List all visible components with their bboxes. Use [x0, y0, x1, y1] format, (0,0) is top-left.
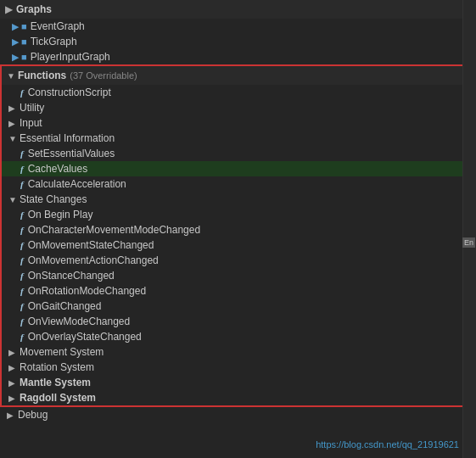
state-changes-label: State Changes	[20, 193, 87, 205]
mantle-system-arrow-icon: ▶	[8, 378, 17, 388]
debug-label: Debug	[18, 409, 48, 421]
tickgraph-label: TickGraph	[31, 36, 77, 47]
onviewmodechanged-item[interactable]: f OnViewModeChanged	[2, 314, 474, 329]
tickgraph-item[interactable]: ▶ ■ TickGraph	[0, 34, 476, 49]
oncharactermovementmodechanged-item[interactable]: f OnCharacterMovementModeChanged	[2, 222, 474, 237]
oncharactermovementmodechanged-label: OnCharacterMovementModeChanged	[28, 224, 200, 236]
movement-system-arrow-icon: ▶	[8, 348, 17, 357]
onmovementstatechanged-item[interactable]: f OnMovementStateChanged	[2, 237, 474, 253]
functions-header[interactable]: ▼ Functions (37 Overridable) +	[2, 66, 474, 85]
func-icon-calculateacceleration: f	[20, 179, 24, 189]
func-icon-onmovementactionchanged: f	[20, 255, 24, 265]
eventgraph-label: EventGraph	[31, 20, 85, 32]
onbeginplay-item[interactable]: f On Begin Play	[2, 207, 474, 222]
mantle-system-label: Mantle System	[20, 377, 91, 388]
essential-label: Essential Information	[20, 132, 115, 144]
graph-icon-eventgraph: ▶ ■	[12, 21, 27, 32]
func-icon-cachevalues: f	[20, 164, 24, 174]
graphs-arrow-icon: ▶	[5, 3, 13, 15]
rotation-system-arrow-icon: ▶	[8, 363, 17, 372]
calculateacceleration-item[interactable]: f CalculateAcceleration	[2, 176, 474, 192]
func-icon-oncharactermovementmodechanged: f	[20, 225, 24, 235]
func-icon-onstancechanged: f	[20, 271, 24, 281]
movement-system-group[interactable]: ▶ Movement System	[2, 344, 474, 360]
onviewmodechanged-label: OnViewModeChanged	[28, 316, 131, 327]
func-icon-onrotationmodechanged: f	[20, 286, 24, 296]
ragdoll-system-group[interactable]: ▶ Ragdoll System	[2, 390, 474, 405]
input-arrow-icon: ▶	[8, 119, 17, 128]
state-changes-arrow-icon: ▼	[8, 195, 17, 204]
setessentialvalues-item[interactable]: f SetEssentialValues	[2, 146, 474, 161]
graph-icon-tickgraph: ▶ ■	[12, 36, 27, 47]
ongaitchanged-label: OnGaitChanged	[28, 300, 102, 312]
right-panel: En	[462, 0, 476, 458]
watermark-text: https://blog.csdn.net/qq_21919621	[316, 439, 459, 450]
ongaitchanged-item[interactable]: f OnGaitChanged	[2, 299, 474, 314]
functions-title: Functions	[18, 70, 66, 81]
onmovementstatechanged-label: OnMovementStateChanged	[28, 239, 154, 251]
en-button[interactable]: En	[462, 237, 475, 248]
func-icon-setessentialvalues: f	[20, 148, 24, 159]
cachevalues-item[interactable]: f CacheValues	[2, 161, 474, 176]
func-icon-ongaitchanged: f	[20, 301, 24, 311]
constructionscript-item[interactable]: f ConstructionScript	[2, 85, 474, 100]
rotation-system-label: Rotation System	[20, 361, 94, 373]
onstancechanged-label: OnStanceChanged	[28, 270, 115, 282]
functions-arrow-icon: ▼	[7, 71, 15, 81]
onstancechanged-item[interactable]: f OnStanceChanged	[2, 268, 474, 283]
debug-group[interactable]: ▶ Debug	[0, 407, 476, 422]
main-scroll-area: ▶ ■ EventGraph ▶ ■ TickGraph ▶ ■ PlayerI…	[0, 19, 476, 458]
utility-arrow-icon: ▶	[8, 103, 17, 113]
debug-arrow-icon: ▶	[7, 411, 15, 420]
func-icon-onbeginplay: f	[20, 209, 24, 220]
onoverlaysstatechanged-label: OnOverlayStateChanged	[28, 331, 142, 343]
utility-group[interactable]: ▶ Utility	[2, 100, 474, 115]
onmovementactionchanged-item[interactable]: f OnMovementActionChanged	[2, 253, 474, 268]
input-label: Input	[20, 117, 42, 129]
rotation-system-group[interactable]: ▶ Rotation System	[2, 360, 474, 375]
ragdoll-system-arrow-icon: ▶	[8, 394, 17, 403]
eventgraph-item[interactable]: ▶ ■ EventGraph	[0, 19, 476, 34]
onrotationmodechanged-item[interactable]: f OnRotationModeChanged	[2, 283, 474, 299]
graphs-section-header[interactable]: ▶ Graphs +	[0, 0, 476, 19]
graph-icon-playerinputgraph: ▶ ■	[12, 52, 27, 63]
utility-label: Utility	[20, 102, 44, 114]
essential-information-group[interactable]: ▼ Essential Information	[2, 131, 474, 146]
onbeginplay-label: On Begin Play	[28, 209, 93, 221]
playerinputgraph-item[interactable]: ▶ ■ PlayerInputGraph	[0, 49, 476, 64]
func-icon-onoverlaysstatechanged: f	[20, 332, 24, 342]
cachevalues-label: CacheValues	[28, 163, 88, 175]
graphs-title: Graphs	[16, 3, 52, 15]
setessentialvalues-label: SetEssentialValues	[28, 148, 115, 159]
func-icon-constructionscript: f	[20, 87, 24, 98]
functions-badge: (37 Overridable)	[70, 70, 137, 81]
playerinputgraph-label: PlayerInputGraph	[31, 51, 110, 63]
essential-arrow-icon: ▼	[8, 134, 17, 143]
onoverlayststatechanged-item[interactable]: f OnOverlayStateChanged	[2, 329, 474, 344]
onrotationmodechanged-label: OnRotationModeChanged	[28, 285, 146, 297]
calculateacceleration-label: CalculateAcceleration	[28, 178, 126, 190]
constructionscript-label: ConstructionScript	[28, 87, 111, 98]
onmovementactionchanged-label: OnMovementActionChanged	[28, 254, 159, 266]
func-icon-onmovementstatechanged: f	[20, 240, 24, 250]
input-group[interactable]: ▶ Input	[2, 115, 474, 131]
movement-system-label: Movement System	[20, 346, 104, 358]
ragdoll-system-label: Ragdoll System	[20, 392, 96, 404]
func-icon-onviewmodechanged: f	[20, 316, 24, 327]
state-changes-group[interactable]: ▼ State Changes	[2, 192, 474, 207]
mantle-system-group[interactable]: ▶ Mantle System	[2, 375, 474, 390]
